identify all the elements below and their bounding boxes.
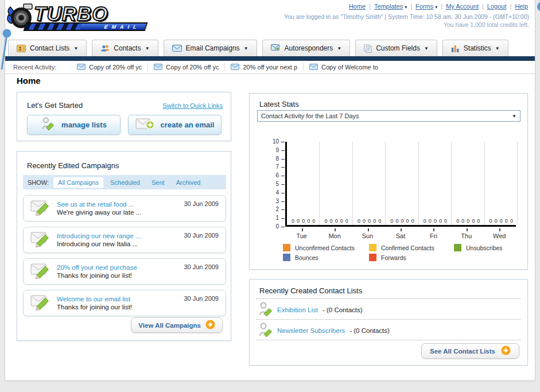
header-link-help[interactable]: Help — [515, 3, 528, 10]
bar-value-label: 0 — [434, 218, 437, 224]
legend-swatch — [283, 254, 290, 261]
bar-value-label: 0 — [340, 218, 343, 224]
tab-label: Email Campaigns — [186, 44, 240, 52]
campaign-date: 30 Jun 2009 — [184, 200, 219, 207]
campaign-text: 20% off your next purchaseThanks for joi… — [57, 264, 137, 279]
campaign-text: See us at the retail food ...We're givin… — [57, 201, 141, 216]
header-top-right: Home|Templates▾|Forms▾|My Account|Logout… — [284, 3, 529, 28]
campaign-row[interactable]: 20% off your next purchaseThanks for joi… — [23, 258, 226, 285]
y-axis-tick-label: 6 — [263, 172, 279, 178]
contact-list-link[interactable]: Exhibition List — [277, 306, 318, 313]
y-axis-tick-label: 9 — [263, 147, 279, 153]
chevron-down-icon: ▾ — [435, 5, 437, 10]
manage-lists-button[interactable]: manage lists — [27, 115, 121, 135]
bar-value-label: 0 — [505, 218, 508, 224]
legend-label: Unsubscribes — [466, 244, 503, 251]
campaign-edit-icon — [30, 199, 51, 218]
chevron-down-icon: ▾ — [405, 5, 407, 10]
y-axis-tick-label: 2 — [263, 206, 279, 212]
tab-email-campaigns[interactable]: Email Campaigns▼ — [164, 40, 257, 56]
bar-value-label: 0 — [373, 218, 376, 224]
y-axis-tick-label: 4 — [263, 189, 279, 196]
bar-value-label: 0 — [490, 218, 492, 224]
link-divider: | — [369, 3, 371, 10]
tab-contacts[interactable]: Contacts▼ — [92, 40, 158, 56]
filter-all-campaigns[interactable]: All Campaigns — [53, 177, 103, 188]
recent-activity-item[interactable]: 20% off your next p — [225, 64, 303, 71]
contact-list-item[interactable]: Exhibition List- (0 Contacts) — [259, 301, 363, 319]
email-campaigns-icon — [172, 45, 182, 52]
manage-lists-label: manage lists — [61, 121, 107, 129]
create-email-icon — [135, 117, 155, 133]
create-an-email-button[interactable]: create an email — [128, 115, 222, 135]
filter-scheduled[interactable]: Scheduled — [106, 177, 145, 188]
bar-value-label: 0 — [444, 218, 447, 224]
login-status: You are logged in as "Timothy Smith" | S… — [284, 13, 529, 20]
x-axis-day-label: Thu — [461, 232, 472, 239]
chevron-down-icon: ▼ — [495, 46, 500, 51]
bar-value-label: 0 — [472, 218, 475, 224]
campaign-date: 30 Jun 2009 — [184, 232, 219, 239]
campaigns-panel: Recently Edited Campaigns SHOW: All Camp… — [17, 151, 231, 341]
y-axis-tick — [281, 167, 285, 168]
bar-value-label: 0 — [477, 218, 480, 224]
tab-autoresponders[interactable]: Autoresponders▼ — [262, 40, 351, 56]
tab-statistics[interactable]: Statistics▼ — [442, 40, 508, 56]
legend-label: Bounces — [295, 254, 318, 261]
header-link-home[interactable]: Home — [349, 3, 366, 10]
bar-value-label: 0 — [324, 218, 327, 224]
header-links: Home|Templates▾|Forms▾|My Account|Logout… — [284, 3, 529, 10]
contact-list-link[interactable]: Newsletter Subscribers — [277, 327, 345, 334]
header-link-templates[interactable]: Templates▾ — [374, 3, 407, 10]
bar-value-label: 0 — [510, 218, 513, 224]
person-edit-icon — [259, 322, 273, 339]
tab-custom-fields[interactable]: Custom Fields▼ — [355, 40, 437, 56]
y-axis-tick-label: 0 — [263, 223, 279, 230]
campaign-row[interactable]: Welcome to our email listThanks for join… — [23, 290, 226, 316]
app-logo: TURBO EMAIL — [7, 1, 162, 36]
recent-activity-item-label: 20% off your next p — [243, 64, 297, 71]
legend-swatch — [454, 244, 461, 251]
tab-label: Statistics — [464, 44, 491, 52]
switch-quick-links[interactable]: Switch to Quick Links — [162, 102, 223, 109]
campaign-row[interactable]: See us at the retail food ...We're givin… — [23, 195, 226, 222]
x-axis-tick — [335, 228, 336, 231]
header-link-my-account[interactable]: My Account — [446, 3, 479, 10]
bar-value-label: 0 — [330, 218, 333, 224]
campaign-title-link[interactable]: Welcome to our email list — [57, 296, 132, 302]
campaign-title-link[interactable]: 20% off your next purchase — [57, 264, 137, 271]
recent-activity-item[interactable]: Copy of 20% off yc — [71, 64, 147, 71]
bar-value-label: 0 — [439, 218, 442, 224]
campaign-title-link[interactable]: Introducing our new range ... — [57, 232, 141, 239]
header-link-forms[interactable]: Forms▾ — [415, 3, 437, 10]
y-axis-tick-label: 5 — [263, 181, 279, 187]
y-axis-tick — [281, 209, 285, 210]
get-started-buttons: manage listscreate an email — [27, 115, 222, 135]
dotted-divider — [257, 340, 520, 340]
contact-lists-title: Recently Created Contact Lists — [259, 286, 362, 295]
main-surface: TURBO EMAIL Home|Templates▾|Forms▾|My Ac… — [5, 0, 535, 381]
campaign-title-link[interactable]: See us at the retail food ... — [57, 201, 141, 208]
campaign-list: See us at the retail food ...We're givin… — [23, 195, 226, 316]
header-link-logout[interactable]: Logout — [487, 3, 507, 10]
filter-sent[interactable]: Sent — [147, 177, 169, 188]
x-axis-tick — [368, 228, 369, 231]
envelope-icon — [77, 64, 86, 71]
campaign-row[interactable]: Introducing our new range ...Introducing… — [23, 227, 226, 253]
contact-list-item[interactable]: Newsletter Subscribers- (0 Contacts) — [259, 322, 390, 339]
x-axis-day-label: Tue — [296, 232, 307, 239]
filter-archived[interactable]: Archived — [172, 177, 205, 188]
recent-activity-item[interactable]: Copy of Welcome to — [304, 64, 384, 71]
view-all-campaigns-button[interactable]: View All Campaigns — [131, 317, 223, 333]
y-axis-tick — [281, 142, 285, 142]
stats-report-select[interactable]: Contact Activity for the Last 7 Days ▼ — [257, 110, 520, 122]
show-label: SHOW: — [28, 179, 49, 186]
bar-value-label: 0 — [302, 218, 305, 224]
statistics-icon — [451, 44, 460, 52]
campaign-subtitle: Thanks for joining our list! — [57, 304, 132, 311]
recent-activity-item[interactable]: Copy of 20% off yc — [148, 64, 224, 71]
see-all-contact-lists-button[interactable]: See All Contact Lists — [421, 343, 519, 359]
main-nav-tabs: Contact Lists▼Contacts▼Email Campaigns▼A… — [8, 40, 508, 56]
tab-contact-lists[interactable]: Contact Lists▼ — [8, 40, 87, 56]
x-axis-day-label: Sun — [362, 232, 374, 239]
